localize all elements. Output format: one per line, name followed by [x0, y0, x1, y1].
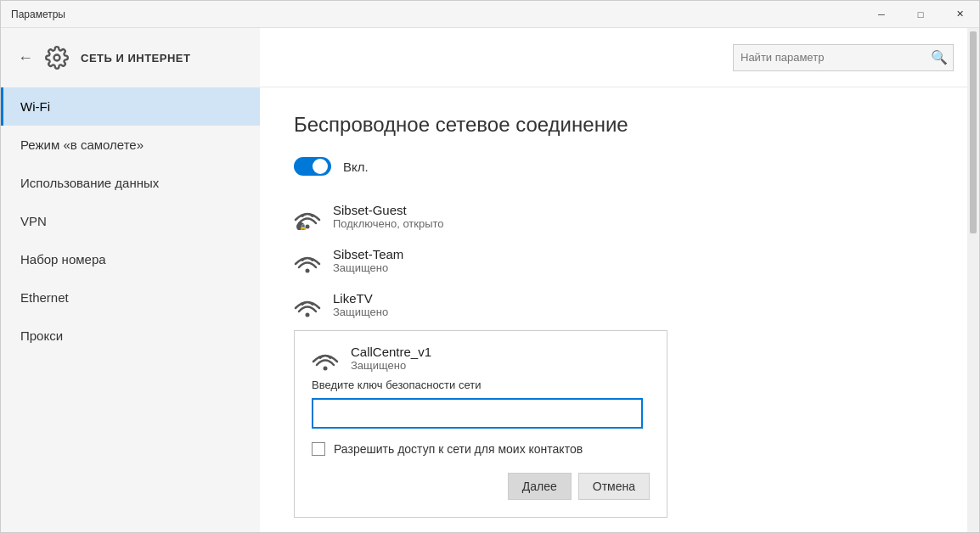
network-status-callcentre: Защищено	[351, 359, 431, 372]
svg-point-3	[306, 225, 310, 229]
toggle-label: Вкл.	[343, 160, 369, 174]
toggle-row: Вкл.	[294, 157, 945, 176]
security-key-label: Введите ключ безопасности сети	[312, 379, 650, 391]
network-list: 🔒 Sibset-Guest Подключено, открыто	[294, 194, 945, 518]
security-key-input[interactable]	[312, 398, 643, 429]
window: Параметры ─ □ ✕ ← СЕТЬ И ИНТЕРНЕТ Wi-Fi …	[0, 0, 980, 533]
card-buttons: Далее Отмена	[312, 473, 650, 500]
network-info-sibset-guest: Sibset-Guest Подключено, открыто	[333, 203, 444, 230]
network-status-sibset-team: Защищено	[333, 261, 403, 274]
search-input[interactable]	[734, 51, 926, 64]
content-area: 🔍 Беспроводное сетевое соединение Вкл.	[260, 28, 979, 532]
wifi-icon-sibset-team	[294, 247, 321, 274]
svg-point-0	[54, 55, 60, 61]
network-item-sibset-team[interactable]: Sibset-Team Защищено	[294, 238, 945, 283]
wifi-toggle[interactable]	[294, 157, 331, 176]
page-title: Беспроводное сетевое соединение	[294, 113, 945, 137]
sidebar-item-proxy[interactable]: Прокси	[1, 317, 260, 355]
minimize-button[interactable]: ─	[862, 1, 901, 28]
close-button[interactable]: ✕	[940, 1, 979, 28]
scrollbar-thumb	[970, 31, 977, 233]
network-item-liketv[interactable]: LikeTV Защищено	[294, 283, 945, 327]
sidebar-header: ← СЕТЬ И ИНТЕРНЕТ	[1, 28, 260, 87]
svg-point-4	[306, 269, 310, 273]
content-inner: Беспроводное сетевое соединение Вкл. 🔒	[260, 87, 979, 532]
allow-contacts-label: Разрешить доступ к сети для моих контакт…	[334, 442, 583, 456]
network-name-callcentre: CallCentre_v1	[351, 345, 431, 359]
search-icon: 🔍	[926, 44, 953, 71]
network-status-liketv: Защищено	[333, 306, 388, 318]
network-info-callcentre: CallCentre_v1 Защищено	[351, 345, 431, 372]
sidebar-item-ethernet[interactable]: Ethernet	[1, 278, 260, 317]
network-card-callcentre: CallCentre_v1 Защищено Введите ключ безо…	[294, 330, 667, 518]
network-item-sibset-guest[interactable]: 🔒 Sibset-Guest Подключено, открыто	[294, 194, 945, 238]
wifi-icon-sibset-guest: 🔒	[294, 203, 321, 230]
checkbox-row: Разрешить доступ к сети для моих контакт…	[312, 442, 650, 456]
network-name-liketv: LikeTV	[333, 291, 388, 306]
header-row: 🔍	[260, 28, 979, 87]
wifi-icon-callcentre	[312, 345, 339, 372]
sidebar-item-dialup[interactable]: Набор номера	[1, 240, 260, 278]
scrollbar[interactable]	[967, 28, 979, 532]
titlebar: Параметры ─ □ ✕	[1, 1, 979, 28]
main-content: ← СЕТЬ И ИНТЕРНЕТ Wi-Fi Режим «в самолет…	[1, 28, 979, 532]
window-title: Параметры	[11, 8, 65, 20]
sidebar-item-wifi[interactable]: Wi-Fi	[1, 87, 260, 126]
back-icon[interactable]: ←	[18, 49, 33, 67]
maximize-button[interactable]: □	[901, 1, 940, 28]
sidebar-title: СЕТЬ И ИНТЕРНЕТ	[81, 52, 190, 65]
network-info-sibset-team: Sibset-Team Защищено	[333, 247, 403, 274]
svg-point-6	[324, 367, 328, 371]
search-box: 🔍	[733, 44, 954, 71]
network-card-header: CallCentre_v1 Защищено	[312, 345, 650, 372]
sidebar-nav: Wi-Fi Режим «в самолете» Использование д…	[1, 87, 260, 532]
gear-icon	[45, 46, 69, 70]
window-controls: ─ □ ✕	[862, 1, 979, 28]
sidebar-item-airplane[interactable]: Режим «в самолете»	[1, 126, 260, 164]
sidebar-item-vpn[interactable]: VPN	[1, 202, 260, 240]
next-button[interactable]: Далее	[508, 473, 572, 500]
sidebar: ← СЕТЬ И ИНТЕРНЕТ Wi-Fi Режим «в самолет…	[1, 28, 260, 532]
network-name-sibset-guest: Sibset-Guest	[333, 203, 444, 217]
sidebar-item-data[interactable]: Использование данных	[1, 164, 260, 202]
network-info-liketv: LikeTV Защищено	[333, 291, 388, 318]
network-name-sibset-team: Sibset-Team	[333, 247, 403, 261]
allow-contacts-checkbox[interactable]	[312, 442, 325, 456]
cancel-button[interactable]: Отмена	[578, 473, 650, 500]
wifi-icon-liketv	[294, 291, 321, 318]
svg-point-5	[306, 313, 310, 317]
network-status-sibset-guest: Подключено, открыто	[333, 217, 444, 230]
